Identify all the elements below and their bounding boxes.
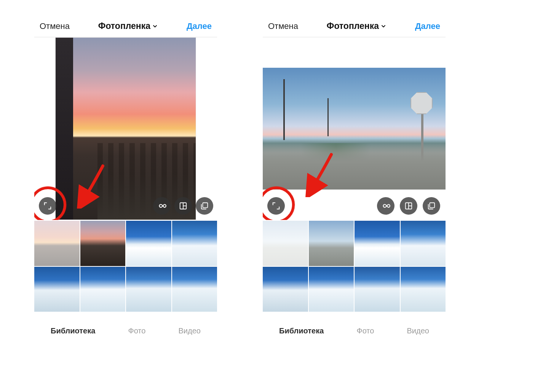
- next-button[interactable]: Далее: [187, 21, 212, 31]
- expand-crop-button[interactable]: [267, 197, 285, 215]
- multi-select-button[interactable]: [196, 197, 213, 215]
- album-picker[interactable]: Фотопленка: [327, 21, 386, 31]
- photo-grid: [263, 220, 446, 312]
- tab-library[interactable]: Библиотека: [279, 327, 324, 335]
- layout-button[interactable]: [174, 197, 192, 215]
- navbar: ОтменаФотопленкаДалее: [34, 15, 217, 37]
- album-picker[interactable]: Фотопленка: [98, 21, 158, 31]
- photo-thumbnail[interactable]: [309, 267, 354, 312]
- photo-thumbnail[interactable]: [401, 267, 446, 312]
- album-title: Фотопленка: [327, 21, 379, 31]
- navbar: ОтменаФотопленкаДалее: [263, 15, 446, 37]
- expand-crop-button[interactable]: [39, 197, 56, 215]
- multi-select-button[interactable]: [423, 197, 440, 215]
- expand-crop-icon: [272, 202, 280, 210]
- preview-image: [55, 37, 196, 220]
- photo-thumbnail[interactable]: [401, 221, 446, 266]
- photo-thumbnail[interactable]: [126, 267, 171, 312]
- album-title: Фотопленка: [98, 21, 150, 31]
- chevron-down-icon: [380, 23, 386, 29]
- next-button[interactable]: Далее: [415, 21, 440, 31]
- multi-select-icon: [427, 202, 436, 210]
- tab-library[interactable]: Библиотека: [51, 327, 95, 335]
- photo-thumbnail[interactable]: [309, 221, 354, 266]
- layout-icon: [404, 202, 413, 210]
- boomerang-button[interactable]: [377, 197, 394, 215]
- photo-preview[interactable]: [34, 37, 217, 220]
- svg-rect-7: [430, 203, 434, 208]
- photo-thumbnail[interactable]: [355, 221, 400, 266]
- photo-grid: [34, 220, 217, 312]
- photo-thumbnail[interactable]: [80, 221, 126, 266]
- bottom-tabs: БиблиотекаФотоВидео: [263, 320, 446, 341]
- photo-thumbnail[interactable]: [34, 267, 80, 312]
- tab-video[interactable]: Видео: [178, 327, 200, 335]
- phone-screenshot-right: ОтменаФотопленкаДалееБиблиотекаФотоВидео: [263, 15, 446, 341]
- photo-thumbnail[interactable]: [172, 221, 217, 266]
- preview-image: [263, 68, 446, 190]
- boomerang-icon: [381, 201, 391, 211]
- photo-thumbnail[interactable]: [172, 267, 217, 312]
- expand-crop-icon: [43, 202, 52, 210]
- phone-screenshot-left: ОтменаФотопленкаДалееБиблиотекаФотоВидео: [34, 15, 217, 341]
- chevron-down-icon: [152, 23, 158, 29]
- photo-thumbnail[interactable]: [126, 221, 171, 266]
- photo-thumbnail[interactable]: [263, 221, 308, 266]
- cancel-button[interactable]: Отмена: [40, 21, 70, 31]
- tab-photo[interactable]: Фото: [128, 327, 145, 335]
- boomerang-icon: [157, 201, 167, 211]
- bottom-tabs: БиблиотекаФотоВидео: [34, 320, 217, 341]
- boomerang-button[interactable]: [153, 197, 171, 215]
- layout-icon: [179, 202, 187, 210]
- photo-thumbnail[interactable]: [34, 221, 80, 266]
- photo-preview[interactable]: [263, 37, 446, 220]
- photo-thumbnail[interactable]: [263, 267, 308, 312]
- tab-photo[interactable]: Фото: [356, 327, 374, 335]
- multi-select-icon: [200, 202, 209, 210]
- cancel-button[interactable]: Отмена: [268, 21, 298, 31]
- photo-thumbnail[interactable]: [80, 267, 126, 312]
- tab-video[interactable]: Видео: [407, 327, 429, 335]
- svg-rect-3: [203, 203, 208, 208]
- layout-button[interactable]: [400, 197, 417, 215]
- photo-thumbnail[interactable]: [355, 267, 400, 312]
